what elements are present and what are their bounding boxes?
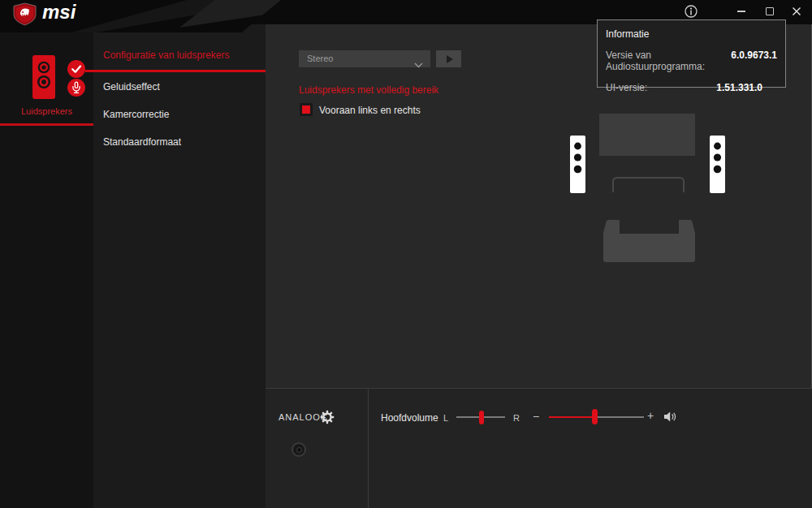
speaker-config-dropdown[interactable]: Stereo: [299, 50, 430, 67]
gear-icon[interactable]: [320, 410, 335, 428]
audio-jack-icon[interactable]: [292, 442, 306, 457]
menu-item-geluidseffect[interactable]: Geluidseffect: [103, 81, 160, 93]
maximize-icon[interactable]: [760, 2, 780, 21]
play-icon: [447, 55, 453, 63]
volume-icon[interactable]: [663, 411, 677, 426]
checkbox-checked-fill: [302, 105, 310, 114]
desk-outline: [613, 178, 684, 192]
speaker-device-icon[interactable]: [32, 55, 55, 102]
minimize-icon[interactable]: [732, 2, 751, 21]
device-label[interactable]: Luidsprekers: [0, 106, 93, 116]
chair-graphic: [603, 220, 695, 262]
balance-right-label: R: [513, 413, 520, 423]
right-tower-speaker: [710, 136, 725, 193]
ui-version-label: UI-versie:: [606, 82, 647, 93]
info-panel-title: Informatie: [606, 28, 777, 40]
ui-version-value: 1.51.331.0: [716, 82, 762, 93]
balance-left-label: L: [443, 413, 448, 423]
checkbox-label: Vooraan links en rechts: [319, 105, 421, 116]
app-window: msi: [0, 0, 812, 508]
volume-slider-handle[interactable]: [592, 409, 598, 424]
balance-slider-handle[interactable]: [479, 411, 484, 424]
volume-slider-fill: [549, 416, 594, 418]
dropdown-value: Stereo: [307, 54, 333, 63]
info-panel: Informatie Versie van Audiostuurprogramm…: [597, 19, 786, 88]
menu-item-configuratie[interactable]: Configuratie van luidsprekers: [103, 50, 229, 61]
menu-active-underline: [85, 70, 266, 72]
bottom-bar: [266, 388, 812, 508]
device-active-underline: [0, 123, 93, 126]
section-heading: Luidsprekers met volledig bereik: [299, 84, 438, 96]
menu-item-kamercorrectie[interactable]: Kamercorrectie: [103, 109, 169, 120]
mic-badge-icon[interactable]: [67, 79, 85, 97]
left-tower-speaker: [570, 136, 585, 193]
driver-version-row: Versie van Audiostuurprogramma:6.0.9673.…: [606, 50, 777, 72]
msi-wordmark: msi: [42, 1, 76, 24]
chevron-down-icon: [414, 57, 423, 74]
front-left-right-checkbox[interactable]: [300, 103, 313, 116]
msi-shield-logo-icon: [11, 2, 39, 26]
device-sidebar: Luidsprekers: [0, 24, 93, 508]
volume-decrease-button[interactable]: −: [533, 410, 539, 423]
monitor-graphic: [599, 114, 695, 156]
master-volume-label: Hoofdvolume: [381, 412, 438, 424]
play-test-button[interactable]: [436, 50, 461, 67]
menu-item-standaardformaat[interactable]: Standaardformaat: [103, 136, 181, 148]
menu-sidebar: Configuratie van luidsprekers Geluidseff…: [93, 24, 266, 508]
volume-increase-button[interactable]: +: [647, 409, 654, 422]
bottom-bar-divider: [368, 388, 369, 508]
info-icon[interactable]: [681, 2, 701, 21]
driver-version-label: Versie van Audiostuurprogramma:: [606, 50, 731, 72]
close-icon[interactable]: [787, 2, 806, 21]
room-illustration: [536, 105, 763, 279]
ui-version-row: UI-versie:1.51.331.0: [606, 82, 777, 93]
check-badge-icon[interactable]: [67, 60, 85, 78]
driver-version-value: 6.0.9673.1: [731, 50, 777, 61]
